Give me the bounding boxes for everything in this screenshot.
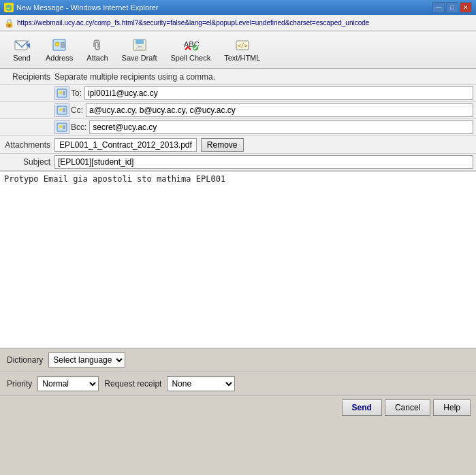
attach-button[interactable]: Attach xyxy=(80,34,114,65)
toolbar: Send Address Attach xyxy=(0,31,476,69)
to-address-book-icon[interactable] xyxy=(54,86,69,100)
recipients-row: Recipients Separate multiple recipients … xyxy=(0,69,476,85)
cc-field-label: Cc: xyxy=(71,105,86,115)
close-button[interactable]: ✕ xyxy=(460,2,472,13)
save-draft-label: Save Draft xyxy=(122,54,157,62)
cc-address-book-icon[interactable] xyxy=(54,103,69,117)
title-bar: 🌐 New Message - Windows Internet Explore… xyxy=(0,0,476,15)
recipients-label: Recipients xyxy=(0,71,54,83)
svg-point-17 xyxy=(59,91,62,94)
svg-point-22 xyxy=(59,108,62,111)
priority-select[interactable]: Normal High Low xyxy=(37,376,99,391)
bcc-row: Bcc: xyxy=(0,119,476,136)
svg-point-3 xyxy=(55,42,59,46)
dictionary-label: Dictionary xyxy=(7,355,43,365)
message-body-textarea[interactable]: Protypo Email gia apostoli sto mathima E… xyxy=(0,171,476,348)
bcc-address-book-icon[interactable] xyxy=(54,120,69,134)
lock-icon: 🔒 xyxy=(4,18,14,28)
maximize-button[interactable]: □ xyxy=(446,2,458,13)
remove-attachment-button[interactable]: Remove xyxy=(201,138,244,152)
text-html-icon: </> xyxy=(234,37,251,52)
text-html-label: Text/HTML xyxy=(224,54,260,62)
help-button[interactable]: Help xyxy=(433,399,471,416)
bcc-field-label: Bcc: xyxy=(71,122,89,132)
attach-icon xyxy=(89,37,106,52)
svg-point-27 xyxy=(59,125,62,128)
recipients-hint: Separate multiple recipients using a com… xyxy=(54,72,215,82)
form-area: Recipients Separate multiple recipients … xyxy=(0,69,476,171)
request-receipt-select[interactable]: None Read Receipt Delivery Receipt xyxy=(167,376,235,391)
language-select[interactable]: Select language xyxy=(48,353,125,367)
address-button[interactable]: Address xyxy=(39,34,79,65)
bcc-input[interactable] xyxy=(89,120,473,134)
subject-label: Subject xyxy=(0,156,54,168)
spell-check-button[interactable]: ABC Spell Check xyxy=(165,34,217,65)
app-icon: 🌐 xyxy=(4,3,14,12)
subject-row: Subject xyxy=(0,154,476,171)
dictionary-row: Dictionary Select language xyxy=(0,348,476,372)
cc-row: Cc: xyxy=(0,102,476,119)
url-display: https://webmail.ucy.ac.cy/comp_fs.html?&… xyxy=(17,19,369,27)
cancel-button[interactable]: Cancel xyxy=(385,399,430,416)
cc-input[interactable] xyxy=(86,103,473,117)
spell-check-label: Spell Check xyxy=(171,54,211,62)
attachments-label: Attachments xyxy=(0,140,54,150)
minimize-button[interactable]: — xyxy=(432,2,445,13)
send-icon xyxy=(14,37,30,52)
attach-label: Attach xyxy=(86,54,108,62)
text-html-button[interactable]: </> Text/HTML xyxy=(218,34,266,65)
attachment-filename: EPL001_1_Contract_2012_2013.pdf xyxy=(59,140,192,150)
send-action-button[interactable]: Send xyxy=(342,399,382,416)
address-label: Address xyxy=(46,54,73,62)
priority-row: Priority Normal High Low Request receipt… xyxy=(0,372,476,396)
subject-input[interactable] xyxy=(54,155,473,169)
svg-rect-8 xyxy=(136,39,144,44)
to-row: To: xyxy=(0,85,476,102)
request-receipt-label: Request receipt xyxy=(104,379,161,389)
svg-text:</>: </> xyxy=(238,43,248,49)
send-button[interactable]: Send xyxy=(5,34,38,65)
attachments-row: Attachments EPL001_1_Contract_2012_2013.… xyxy=(0,136,476,154)
svg-rect-9 xyxy=(136,46,143,49)
to-field-label: To: xyxy=(71,88,84,98)
to-label xyxy=(0,92,54,95)
bottom-area: Dictionary Select language Priority Norm… xyxy=(0,348,476,419)
save-draft-icon xyxy=(131,37,148,52)
address-icon xyxy=(51,37,67,52)
priority-label: Priority xyxy=(7,379,32,389)
to-input[interactable] xyxy=(84,86,473,100)
message-body-area: Protypo Email gia apostoli sto mathima E… xyxy=(0,171,476,348)
window-title: New Message - Windows Internet Explorer xyxy=(16,3,158,12)
action-buttons-row: Send Cancel Help xyxy=(0,396,476,419)
save-draft-button[interactable]: Save Draft xyxy=(116,34,163,65)
spell-check-icon: ABC xyxy=(183,37,199,52)
address-bar: 🔒 https://webmail.ucy.ac.cy/comp_fs.html… xyxy=(0,15,476,31)
send-label: Send xyxy=(13,54,31,62)
attachment-file: EPL001_1_Contract_2012_2013.pdf xyxy=(54,138,197,152)
